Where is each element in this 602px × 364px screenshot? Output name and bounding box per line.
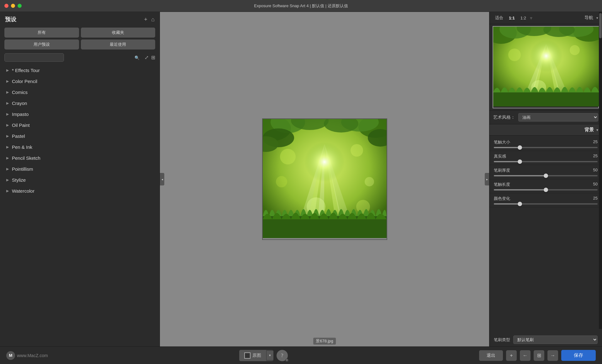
preset-label: Color Pencil (12, 79, 37, 84)
preset-list: ▶* Effects Tour▶Color Pencil▶Comics▶Cray… (0, 64, 160, 346)
sliders-area: 笔触大小 25 真实感 25 笔刷厚度 50 (489, 136, 602, 333)
brush-type-select[interactable]: 默认笔刷 硬边笔刷 软边笔刷 (513, 335, 598, 344)
preset-list-item[interactable]: ▶Impasto (0, 109, 160, 120)
search-icon-wrap: 🔍 (4, 53, 143, 62)
search-input[interactable] (4, 53, 64, 62)
right-panel: 适合 1:1 1:2 ▾ 导航 ▾ (489, 12, 602, 346)
slider-label-row: 笔刷厚度 50 (494, 168, 598, 173)
preset-list-item[interactable]: ▶Pastel (0, 131, 160, 142)
exit-button[interactable]: 退出 (479, 350, 503, 361)
preset-list-item[interactable]: ▶* Effects Tour (0, 65, 160, 76)
window-controls (4, 4, 22, 8)
slider-track-2[interactable] (494, 175, 598, 176)
preset-arrow-icon: ▶ (6, 79, 9, 83)
svg-point-6 (299, 139, 350, 190)
preset-arrow-icon: ▶ (6, 112, 9, 116)
preset-list-item[interactable]: ▶Pen & Ink (0, 142, 160, 153)
filter-user-presets-button[interactable]: 用户预设 (4, 39, 79, 49)
svg-rect-22 (263, 216, 387, 238)
titlebar: Exposure Software Snap Art 4 | 默认值 | 还原默… (0, 0, 602, 12)
preset-label: Crayon (12, 101, 27, 106)
preset-label: * Effects Tour (12, 68, 40, 73)
collapse-view-button[interactable]: ⤢ (145, 55, 149, 60)
zoom-dropdown-icon[interactable]: ▾ (530, 15, 532, 21)
grid-action-button[interactable]: ⊞ (534, 350, 544, 361)
slider-value: 25 (593, 139, 598, 145)
preset-list-item[interactable]: ▶Stylize (0, 174, 160, 185)
nav-thumbnail (489, 24, 602, 111)
canvas-area: ◂ (160, 12, 489, 346)
save-button[interactable]: 保存 (561, 350, 596, 361)
sidebar-header: 预设 + ⌂ (0, 12, 160, 26)
art-style-label: 艺术风格： (493, 115, 515, 120)
preset-list-item[interactable]: ▶Pointillism (0, 164, 160, 174)
arrow-right-button[interactable]: → (547, 350, 558, 361)
filter-favorites-button[interactable]: 收藏夹 (81, 28, 156, 38)
preset-list-item[interactable]: ▶Pencil Sketch (0, 153, 160, 164)
filename-label: 景678.jpg (313, 338, 336, 345)
preview-label: 原图 (252, 353, 261, 358)
section-collapse-icon[interactable]: ▾ (596, 128, 598, 132)
preset-list-item[interactable]: ▶Watercolor (0, 185, 160, 196)
canvas-image-frame (262, 118, 387, 240)
preset-arrow-icon: ▶ (6, 167, 9, 171)
preview-dropdown-button[interactable]: ▾ (266, 351, 273, 360)
scrollbar-thumb[interactable] (599, 13, 602, 38)
preset-label: Pen & Ink (12, 144, 32, 150)
collapse-left-button[interactable]: ◂ (160, 173, 164, 185)
home-button[interactable]: ⌂ (151, 16, 155, 23)
slider-track-3[interactable] (494, 189, 598, 190)
preview-button[interactable]: 原图 (239, 350, 266, 361)
nav-dropdown-icon[interactable]: ▾ (596, 16, 598, 20)
slider-row: 笔刷厚度 50 (489, 165, 602, 179)
slider-track-4[interactable] (494, 203, 598, 205)
art-style-select[interactable]: 油画 水彩 素描 (518, 113, 598, 122)
collapse-right-button[interactable]: ▸ (485, 173, 489, 185)
slider-label-row: 笔触长度 50 (494, 182, 598, 187)
zoom-1-2-button[interactable]: 1:2 (519, 15, 528, 21)
svg-point-19 (276, 176, 287, 187)
view-icons: ⤢ ⊞ (145, 55, 155, 60)
filter-all-button[interactable]: 所有 (4, 28, 79, 38)
svg-rect-38 (493, 92, 599, 107)
slider-row: 真实感 25 (489, 151, 602, 165)
filter-buttons: 所有 收藏夹 用户预设 最近使用 (0, 26, 160, 51)
app-title: Exposure Software Snap Art 4 | 默认值 | 还原默… (254, 3, 348, 9)
sidebar-header-icons: + ⌂ (144, 16, 155, 23)
svg-point-17 (351, 144, 363, 157)
maximize-button[interactable] (18, 4, 22, 8)
scrollbar-track[interactable] (599, 12, 602, 329)
preset-arrow-icon: ▶ (6, 101, 9, 105)
add-action-button[interactable]: + (506, 350, 517, 361)
zoom-1-1-button[interactable]: 1:1 (507, 15, 517, 21)
preset-list-item[interactable]: ▶Crayon (0, 98, 160, 109)
preset-list-item[interactable]: ▶Color Pencil (0, 76, 160, 87)
arrow-left-button[interactable]: ← (520, 350, 531, 361)
preset-label: Pointillism (12, 166, 33, 172)
slider-label: 笔刷厚度 (494, 168, 510, 173)
preset-arrow-icon: ▶ (6, 134, 9, 138)
slider-label: 颜色变化 (494, 196, 510, 201)
slider-value: 25 (593, 153, 598, 159)
watermark-text: www.MacZ.com (17, 353, 48, 358)
preset-label: Oil Paint (12, 122, 30, 128)
grid-view-button[interactable]: ⊞ (151, 55, 155, 60)
zoom-fit-button[interactable]: 适合 (493, 14, 505, 21)
slider-track-0[interactable] (494, 147, 598, 148)
slider-row: 颜色变化 25 (489, 193, 602, 207)
slider-label-row: 笔触大小 25 (494, 139, 598, 145)
preset-label: Impasto (12, 112, 29, 117)
preset-list-item[interactable]: ▶Oil Paint (0, 120, 160, 131)
filter-recently-used-button[interactable]: 最近使用 (81, 39, 156, 49)
minimize-button[interactable] (11, 4, 15, 8)
add-preset-button[interactable]: + (144, 16, 148, 23)
help-dropdown-icon[interactable]: ▾ (285, 359, 288, 362)
slider-label-row: 颜色变化 25 (494, 196, 598, 201)
search-icon: 🔍 (135, 55, 140, 60)
close-button[interactable] (4, 4, 8, 8)
slider-row: 笔触长度 50 (489, 179, 602, 193)
slider-track-1[interactable] (494, 161, 598, 162)
preset-list-item[interactable]: ▶Comics (0, 87, 160, 98)
preset-arrow-icon: ▶ (6, 68, 9, 72)
svg-point-16 (280, 149, 296, 164)
